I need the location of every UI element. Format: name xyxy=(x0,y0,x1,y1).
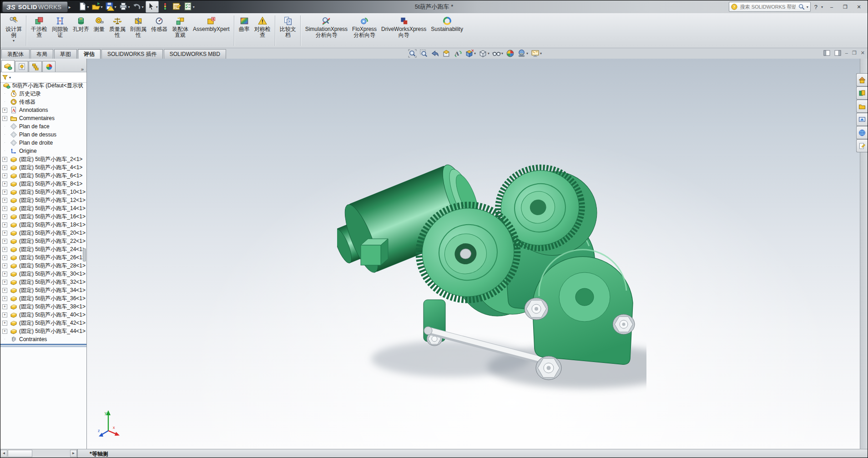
view-settings-button[interactable]: ▾ xyxy=(530,49,542,58)
tree-item[interactable]: Plan de dessus xyxy=(0,131,86,139)
tree-root-item[interactable]: 5t葫芦小跑车 (Défaut<显示状 xyxy=(0,81,86,90)
ribbon-button-interference-check[interactable]: 干涉检 查 xyxy=(29,15,50,47)
tree-item[interactable]: + Annotations xyxy=(0,106,86,114)
menu-expand-arrow[interactable]: ▸ xyxy=(69,5,71,10)
ribbon-button-curvature[interactable]: 曲率 xyxy=(237,15,252,47)
expander-icon[interactable]: + xyxy=(2,214,7,219)
tree-item[interactable]: Plan de face xyxy=(0,122,86,131)
tree-item[interactable]: + (固定) 5t葫芦小跑车_24<1> xyxy=(0,245,86,253)
tree-item[interactable]: + (固定) 5t葫芦小跑车_10<1> xyxy=(0,188,86,196)
tree-item[interactable]: + (固定) 5t葫芦小跑车_32<1> xyxy=(0,278,86,286)
tab-configurationmanager[interactable] xyxy=(29,61,42,72)
expander-icon[interactable]: + xyxy=(2,247,7,252)
expander-icon[interactable]: + xyxy=(2,272,7,277)
help-button[interactable]: ? xyxy=(814,4,818,10)
doc-close-button[interactable]: ✕ xyxy=(861,50,865,56)
tree-vertical-scrollbar[interactable] xyxy=(83,248,86,262)
scrollbar-thumb[interactable] xyxy=(8,450,32,457)
expander-icon[interactable]: + xyxy=(2,231,7,236)
tree-item[interactable]: + (固定) 5t葫芦小跑车_26<1> xyxy=(0,253,86,262)
expander-icon[interactable]: + xyxy=(2,255,7,260)
task-pane-appearances-button[interactable] xyxy=(856,126,868,139)
scroll-right-button[interactable]: ► xyxy=(70,450,77,457)
task-pane-view-palette-button[interactable] xyxy=(856,113,868,126)
ribbon-button-driveworksxpress[interactable]: DriveWorksXpress 向导 xyxy=(379,15,429,47)
task-pane-file-explorer-button[interactable] xyxy=(856,100,868,113)
expander-icon[interactable]: + xyxy=(2,173,7,178)
ribbon-button-assembly-visualization[interactable]: 装配体 直观 xyxy=(170,15,191,47)
ribbon-button-sustainability[interactable]: Sustainability xyxy=(429,15,465,47)
tree-item[interactable]: + (固定) 5t葫芦小跑车_44<1> xyxy=(0,327,86,335)
rebuild-button[interactable] xyxy=(160,1,170,12)
tree-item[interactable]: + (固定) 5t葫芦小跑车_20<1> xyxy=(0,229,86,237)
print-button[interactable]: ▾ xyxy=(118,1,131,12)
tree-item[interactable]: + Commentaires xyxy=(0,114,86,122)
expander-icon[interactable]: + xyxy=(2,222,7,227)
tab-solidworks-addins[interactable]: SOLIDWORKS 插件 xyxy=(101,49,163,59)
ribbon-button-measure[interactable]: 测量 xyxy=(91,15,107,47)
tree-item[interactable]: Contraintes xyxy=(0,335,86,343)
expander-icon[interactable]: + xyxy=(2,288,7,293)
doc-minimize-button[interactable]: – xyxy=(845,50,848,56)
ribbon-button-sensors[interactable]: 传感器 xyxy=(149,15,170,47)
view-orientation-button[interactable]: ▾ xyxy=(464,49,476,58)
save-button[interactable]: ▾ xyxy=(105,1,117,12)
search-input[interactable] xyxy=(739,4,797,10)
close-button[interactable]: ✕ xyxy=(854,3,864,10)
ribbon-button-assemblyxpert[interactable]: AssemblyXpert xyxy=(191,15,232,47)
expander-icon[interactable]: + xyxy=(2,190,7,195)
panel-tabs-overflow[interactable]: » xyxy=(79,66,86,72)
expander-icon[interactable]: + xyxy=(2,329,7,334)
task-list-button[interactable]: ▾ xyxy=(183,1,195,12)
ribbon-button-clearance-verification[interactable]: 间隙验 证 xyxy=(50,15,71,47)
expander-icon[interactable]: + xyxy=(2,296,7,301)
tab-layout[interactable]: 布局 xyxy=(30,49,53,59)
tree-item[interactable]: + (固定) 5t葫芦小跑车_38<1> xyxy=(0,302,86,311)
tree-item[interactable]: + (固定) 5t葫芦小跑车_4<1> xyxy=(0,163,86,171)
search-dropdown-arrow[interactable]: ▾ xyxy=(807,5,808,9)
tree-horizontal-scrollbar[interactable]: ◄ ► xyxy=(0,449,78,458)
tree-item[interactable]: 传感器 xyxy=(0,98,86,106)
select-tool-button[interactable]: ▾ xyxy=(146,1,159,13)
tab-displaymanager[interactable] xyxy=(42,61,56,72)
apply-scene-button[interactable]: ▾ xyxy=(517,49,529,58)
hide-show-items-button[interactable]: ▾ xyxy=(492,49,504,58)
ribbon-button-compare-documents[interactable]: ? 比较文 档 xyxy=(278,15,298,47)
section-view-button[interactable] xyxy=(442,49,451,58)
options-button[interactable] xyxy=(172,1,182,12)
expander-icon[interactable]: + xyxy=(2,198,7,203)
panel-splitter[interactable] xyxy=(0,344,86,347)
tree-item[interactable]: + (固定) 5t葫芦小跑车_30<1> xyxy=(0,270,86,278)
pane-right-icon[interactable] xyxy=(834,50,841,56)
expander-icon[interactable]: + xyxy=(2,116,7,121)
restore-button[interactable]: ❐ xyxy=(840,3,850,10)
tree-item[interactable]: + (固定) 5t葫芦小跑车_8<1> xyxy=(0,180,86,188)
tab-propertymanager[interactable] xyxy=(15,61,28,72)
open-button[interactable]: ▾ xyxy=(91,1,103,12)
doc-restore-button[interactable]: ❐ xyxy=(852,50,857,56)
ribbon-button-design-study[interactable]: 设计算 例 ▾ xyxy=(3,15,24,47)
filter-dropdown-arrow[interactable]: ▾ xyxy=(9,75,11,80)
tree-item[interactable]: + (固定) 5t葫芦小跑车_40<1> xyxy=(0,311,86,319)
help-search-box[interactable]: ? ▾ xyxy=(729,2,811,12)
tree-item[interactable]: + (固定) 5t葫芦小跑车_22<1> xyxy=(0,237,86,245)
new-document-button[interactable]: ▾ xyxy=(77,1,90,12)
expander-icon[interactable]: + xyxy=(2,108,7,113)
tree-item[interactable]: + (固定) 5t葫芦小跑车_14<1> xyxy=(0,204,86,212)
expander-icon[interactable]: + xyxy=(2,239,7,244)
expander-icon[interactable]: + xyxy=(2,263,7,268)
magnifier-icon[interactable] xyxy=(798,4,805,10)
tree-item[interactable]: + (固定) 5t葫芦小跑车_12<1> xyxy=(0,196,86,204)
zoom-fit-button[interactable] xyxy=(408,49,417,58)
tab-solidworks-mbd[interactable]: SOLIDWORKS MBD xyxy=(164,49,226,59)
tab-featuremanager-tree[interactable] xyxy=(1,60,15,72)
minimize-button[interactable]: – xyxy=(827,3,837,10)
undo-button[interactable]: ▾ xyxy=(132,1,144,12)
expander-icon[interactable]: + xyxy=(2,206,7,211)
tree-item[interactable]: + (固定) 5t葫芦小跑车_34<1> xyxy=(0,286,86,294)
pane-left-icon[interactable] xyxy=(823,50,830,56)
tab-assembly[interactable]: 装配体 xyxy=(1,49,30,59)
expander-icon[interactable]: + xyxy=(2,157,7,162)
ribbon-button-simulationxpress[interactable]: SimulationXpress 分析向导 xyxy=(303,15,350,47)
tree-item[interactable]: 历史记录 xyxy=(0,90,86,98)
